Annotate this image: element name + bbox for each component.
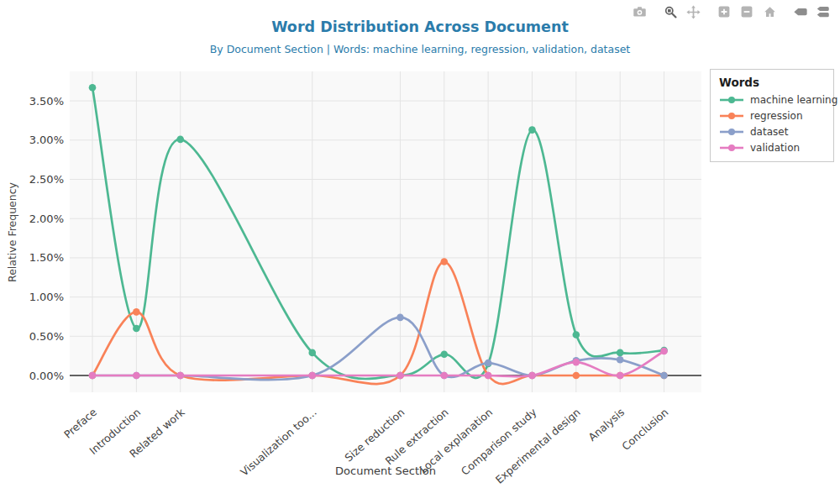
data-point-machine-learning[interactable] xyxy=(176,136,184,144)
data-point-machine-learning[interactable] xyxy=(89,84,97,92)
legend-item-machine-learning[interactable]: machine learning xyxy=(719,94,825,106)
x-tick-label: Experimental design xyxy=(493,406,583,486)
data-point-validation[interactable] xyxy=(89,372,97,380)
plot-background xyxy=(70,71,701,392)
x-tick-label: Preface xyxy=(61,406,99,441)
data-point-regression[interactable] xyxy=(133,308,140,316)
legend-marker-icon xyxy=(719,111,744,121)
legend-items: machine learningregressiondatasetvalidat… xyxy=(719,94,825,154)
data-point-validation[interactable] xyxy=(485,372,492,380)
legend-label: dataset xyxy=(750,126,788,138)
legend-label: machine learning xyxy=(750,94,837,106)
x-tick-label: Local explanation xyxy=(417,406,495,475)
legend-label: regression xyxy=(750,110,803,122)
legend-marker-icon xyxy=(719,127,744,137)
data-point-machine-learning[interactable] xyxy=(308,349,316,357)
data-point-validation[interactable] xyxy=(133,372,140,380)
data-point-validation[interactable] xyxy=(308,372,316,380)
data-point-validation[interactable] xyxy=(617,372,624,380)
data-point-validation[interactable] xyxy=(441,372,449,380)
data-point-validation[interactable] xyxy=(176,372,184,380)
data-point-machine-learning[interactable] xyxy=(441,350,449,358)
data-point-validation[interactable] xyxy=(573,359,580,366)
data-point-dataset[interactable] xyxy=(617,356,624,364)
data-point-validation[interactable] xyxy=(660,348,668,355)
y-tick-label: 1.50% xyxy=(29,251,64,264)
x-tick-label: Analysis xyxy=(585,406,627,444)
legend-title: Words xyxy=(719,76,825,89)
legend-item-validation[interactable]: validation xyxy=(719,142,825,154)
data-point-machine-learning[interactable] xyxy=(617,349,624,357)
y-tick-label: 2.00% xyxy=(29,213,64,225)
y-tick-label: 2.50% xyxy=(29,173,64,186)
y-tick-label: 0.00% xyxy=(29,370,64,382)
legend-marker-icon xyxy=(719,95,744,105)
data-point-machine-learning[interactable] xyxy=(133,325,140,333)
x-tick-label: Conclusion xyxy=(619,406,670,453)
data-point-dataset[interactable] xyxy=(660,372,668,380)
data-point-validation[interactable] xyxy=(396,372,404,380)
y-tick-label: 1.00% xyxy=(29,291,64,303)
data-point-dataset[interactable] xyxy=(396,314,404,322)
legend-item-dataset[interactable]: dataset xyxy=(719,126,825,138)
data-point-validation[interactable] xyxy=(528,372,536,380)
legend-label: validation xyxy=(750,142,800,154)
legend-marker-icon xyxy=(719,143,744,153)
data-point-regression[interactable] xyxy=(573,372,580,380)
data-point-dataset[interactable] xyxy=(485,360,492,367)
x-tick-label: Visualization too... xyxy=(238,406,319,479)
data-point-machine-learning[interactable] xyxy=(528,126,536,134)
legend: Words machine learningregressiondatasetv… xyxy=(710,69,834,162)
y-tick-label: 3.50% xyxy=(29,95,64,108)
y-tick-label: 0.50% xyxy=(29,330,64,343)
legend-item-regression[interactable]: regression xyxy=(719,110,825,122)
y-tick-label: 3.00% xyxy=(29,134,64,146)
data-point-machine-learning[interactable] xyxy=(573,331,580,339)
data-point-regression[interactable] xyxy=(441,258,449,265)
x-tick-label: Comparison study xyxy=(459,406,539,478)
